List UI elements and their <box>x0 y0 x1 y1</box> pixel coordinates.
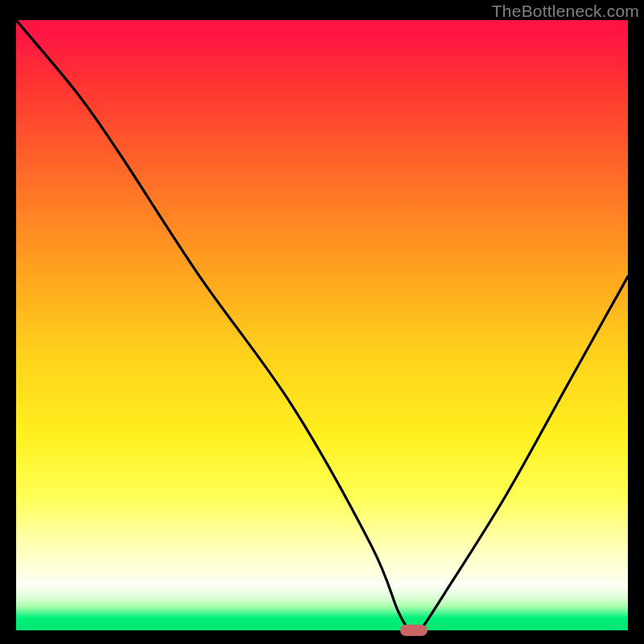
plot-area <box>16 20 628 630</box>
bottleneck-curve <box>16 20 628 630</box>
optimal-point-marker <box>400 625 427 636</box>
chart-container: TheBottleneck.com <box>0 0 644 644</box>
curve-svg <box>16 20 628 630</box>
watermark-text: TheBottleneck.com <box>492 2 639 21</box>
